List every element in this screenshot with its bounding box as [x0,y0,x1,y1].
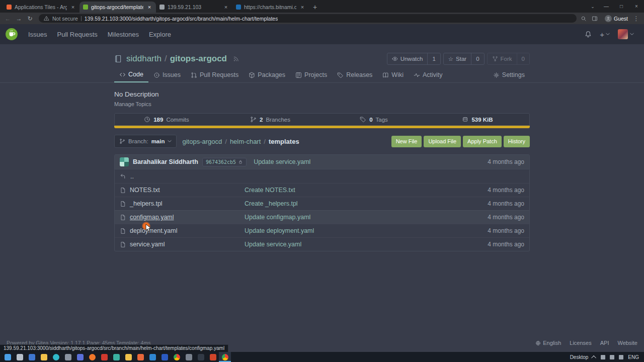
teams-taskbar-icon[interactable] [26,352,38,362]
tab-close-icon[interactable]: × [299,4,305,10]
file-row[interactable]: NOTES.txt Create NOTES.txt 4 months ago [115,183,529,197]
branch-selector[interactable]: Branch: main [114,135,177,148]
nav-item-issues[interactable]: Issues [23,31,52,38]
stat-tags[interactable]: 0Tags [322,114,426,125]
tab-close-icon[interactable]: × [70,4,76,10]
commit-hash-chip[interactable]: 9674362cb5 [202,158,247,166]
file-row[interactable]: service.yaml Update service.yaml 4 month… [115,237,529,251]
file-name-link[interactable]: service.yaml [130,241,165,248]
nav-item-explore[interactable]: Explore [144,31,176,38]
notifications-bell-icon[interactable] [585,31,592,38]
new-tab-button[interactable]: + [309,2,321,13]
file-name-link[interactable]: NOTES.txt [130,187,160,194]
tray-expand-icon[interactable] [591,355,596,360]
manage-topics-link[interactable]: Manage Topics [114,101,530,107]
tray-language-button[interactable]: ENG [628,354,639,360]
file-name-link[interactable]: deployment.yaml [130,227,178,234]
browser-tab-ip[interactable]: 139.59.21.103 × [156,2,232,13]
file-row[interactable]: configmap.yaml Update configmap.yaml 4 m… [115,210,529,224]
browser-tab-argocd[interactable]: Applications Tiles - Argo CD × [3,2,79,13]
search-icon[interactable] [581,16,590,22]
tab-activity[interactable]: Activity [409,67,448,82]
file-commit-link[interactable]: Update configmap.yaml [245,214,310,221]
search-taskbar-icon[interactable] [14,352,26,362]
gitea-logo[interactable] [5,28,18,41]
file-row[interactable]: _helpers.tpl Create _helpers.tpl 4 month… [115,197,529,210]
parent-dir-row[interactable]: .. [115,169,529,183]
folder-taskbar-icon[interactable] [122,352,134,362]
browser-menu-icon[interactable]: ⋮ [631,15,641,22]
window-maximize-icon[interactable]: □ [614,0,629,13]
rss-icon[interactable] [233,56,239,62]
footer-language-link[interactable]: English [535,340,561,346]
fork-count[interactable]: 0 [517,53,529,64]
star-button[interactable]: ☆ Star 0 [443,53,485,65]
tab-close-icon[interactable]: × [223,4,229,10]
file-commit-link[interactable]: Create NOTES.txt [245,187,295,194]
language-bar[interactable] [114,126,530,128]
star-count[interactable]: 0 [471,53,484,64]
tab-pull-requests[interactable]: Pull Requests [186,67,244,82]
terminal-taskbar-icon[interactable] [195,352,207,362]
firefox-taskbar-icon[interactable] [86,352,98,362]
repo-name-link[interactable]: gitops-argocd [170,54,227,64]
reload-icon[interactable]: ↻ [25,15,35,22]
commit-author-name[interactable]: Barahalikar Siddharth [133,158,198,165]
settings-taskbar-icon[interactable] [62,352,74,362]
url-bar[interactable]: Not secure 139.59.21.103:3000/siddharth/… [39,14,577,23]
tab-releases[interactable]: Releases [332,67,377,82]
watch-count[interactable]: 1 [427,53,440,64]
vscode-taskbar-icon[interactable] [146,352,158,362]
file-commit-link[interactable]: Update service.yaml [245,241,301,248]
file-name-link[interactable]: configmap.yaml [130,214,174,221]
tray-network-icon[interactable] [601,355,605,359]
apply-patch-button[interactable]: Apply Patch [463,136,502,147]
browser-tab-bitnami[interactable]: https://charts.bitnami.com/bitna... × [232,2,309,13]
history-button[interactable]: History [504,136,530,147]
tab-settings[interactable]: Settings [488,67,530,82]
create-new-button[interactable]: + [600,30,610,39]
word-taskbar-icon[interactable] [158,352,171,362]
start-taskbar-icon[interactable] [2,352,14,362]
browser-profile-chip[interactable]: Guest [603,15,630,22]
camera-taskbar-icon[interactable] [183,352,195,362]
commit-author-avatar[interactable] [120,157,129,166]
parent-dir-link[interactable]: .. [130,173,134,180]
breadcrumb-mid-link[interactable]: helm-chart [230,138,261,145]
media-player-taskbar-icon[interactable] [134,352,146,362]
chrome-taskbar-icon[interactable] [171,352,183,362]
window-minimize-icon[interactable]: — [599,0,614,13]
nav-item-milestones[interactable]: Milestones [103,31,144,38]
file-commit-link[interactable]: Create _helpers.tpl [245,200,298,207]
unwatch-button[interactable]: Unwatch 1 [387,53,441,65]
chrome-window-taskbar-icon[interactable] [219,352,231,362]
footer-website-link[interactable]: Website [617,340,637,346]
side-panel-icon[interactable] [592,16,601,22]
tab-wiki[interactable]: Wiki [377,67,409,82]
tabstrip-caret-icon[interactable]: ⌄ [587,4,599,9]
tab-issues[interactable]: Issues [148,67,186,82]
forward-icon[interactable]: → [14,15,24,22]
tray-display-icon[interactable] [619,355,623,359]
tray-desktop-button[interactable]: Desktop [570,354,589,360]
repo-owner-link[interactable]: siddharth [126,54,162,64]
window-close-icon[interactable]: × [629,0,644,13]
browser-tab-gitea[interactable]: gitops-argocd/templates at mai... × [79,2,156,13]
tab-close-icon[interactable]: × [146,4,152,10]
stat-commits[interactable]: 189Commits [115,114,218,125]
adobe-reader-taskbar-icon[interactable] [98,352,110,362]
edge-taskbar-icon[interactable] [50,352,62,362]
tab-packages[interactable]: Packages [244,67,290,82]
tray-volume-icon[interactable] [610,355,614,359]
commit-message-link[interactable]: Update service.yaml [254,158,310,165]
photos-taskbar-icon[interactable] [74,352,86,362]
file-explorer-taskbar-icon[interactable] [38,352,50,362]
stat-size[interactable]: 539 KiB [426,114,529,125]
breadcrumb-root-link[interactable]: gitops-argocd [182,138,222,145]
file-name-link[interactable]: _helpers.tpl [130,200,163,207]
tab-projects[interactable]: Projects [290,67,332,82]
user-menu[interactable] [618,29,634,39]
footer-licenses-link[interactable]: Licenses [570,340,591,346]
security-label[interactable]: Not secure [52,16,78,22]
fork-button[interactable]: Fork 0 [487,53,530,65]
